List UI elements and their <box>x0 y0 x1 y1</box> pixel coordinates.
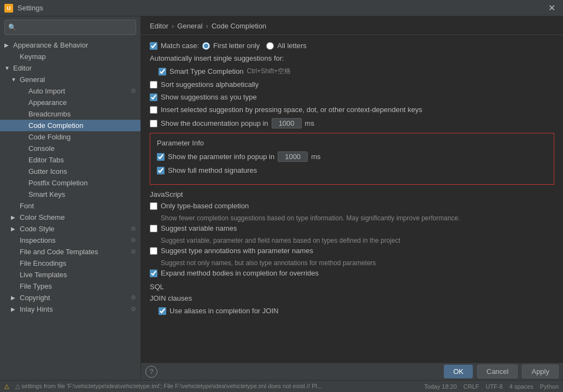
sidebar-item-code-folding[interactable]: Code Folding <box>0 131 140 143</box>
sidebar-item-label: Color Scheme <box>20 213 64 221</box>
sidebar-item-label: Gutter Icons <box>28 167 67 175</box>
status-charset: UTF-8 <box>486 383 503 390</box>
sidebar-item-auto-import[interactable]: Auto Import ⚙ <box>0 85 140 97</box>
smart-type-label: Smart Type Completion <box>169 67 244 75</box>
all-letters-radio-label[interactable]: All letters <box>266 42 306 50</box>
sidebar-item-keymap[interactable]: Keymap <box>0 51 140 62</box>
show-param-popup-label: Show the parameter info popup in <box>168 153 274 161</box>
breadcrumb: Editor › General › Code Completion <box>141 16 563 35</box>
suggest-var-row: Suggest variable names <box>150 224 554 232</box>
expand-method-checkbox[interactable] <box>150 270 157 277</box>
apply-button[interactable]: Apply <box>522 365 559 378</box>
insert-selected-checkbox[interactable] <box>150 106 157 114</box>
arrow-icon: ▶ <box>4 42 11 48</box>
suggest-type-ann-checkbox[interactable] <box>150 247 157 255</box>
close-button[interactable]: ✕ <box>545 2 559 14</box>
show-full-sigs-label: Show full method signatures <box>168 166 257 174</box>
sidebar-item-gutter-icons[interactable]: Gutter Icons <box>0 166 140 177</box>
cancel-button[interactable]: Cancel <box>477 365 518 378</box>
first-letter-radio-label[interactable]: First letter only <box>202 42 260 50</box>
sidebar-item-appearance-behavior[interactable]: ▶ Appearance & Behavior <box>0 39 140 51</box>
sidebar-item-file-encodings[interactable]: File Encodings <box>0 258 140 269</box>
sidebar-item-copyright[interactable]: ▶ Copyright ⚙ <box>0 292 140 303</box>
suggest-var-checkbox[interactable] <box>150 225 157 232</box>
sidebar-item-live-templates[interactable]: Live Templates <box>0 269 140 280</box>
arrow-icon <box>20 100 26 106</box>
ok-button[interactable]: OK <box>444 365 473 378</box>
sidebar-item-smart-keys[interactable]: Smart Keys <box>0 189 140 200</box>
all-letters-radio[interactable] <box>266 42 274 50</box>
sidebar-item-inspections[interactable]: Inspections ⚙ <box>0 235 140 246</box>
match-case-checkbox[interactable] <box>150 42 157 50</box>
smart-type-checkbox[interactable] <box>159 68 166 75</box>
sidebar-item-file-code-templates[interactable]: File and Code Templates ⚙ <box>0 246 140 258</box>
sidebar-item-breadcrumbs[interactable]: Breadcrumbs <box>0 108 140 120</box>
smart-type-row: Smart Type Completion Ctrl+Shift+空格 <box>150 67 554 76</box>
sidebar-item-editor-tabs[interactable]: Editor Tabs <box>0 154 140 166</box>
breadcrumb-sep2: › <box>206 22 208 30</box>
content-area: Editor › General › Code Completion Match… <box>141 16 563 380</box>
sort-alpha-label: Sort suggestions alphabetically <box>161 80 259 89</box>
help-button[interactable]: ? <box>145 366 157 378</box>
doc-popup-value-input[interactable]: 1000 <box>272 118 302 128</box>
arrow-icon <box>11 54 17 60</box>
gear-icon: ⚙ <box>131 87 136 95</box>
sidebar-item-label: Editor <box>13 64 32 72</box>
sidebar-item-label: Editor Tabs <box>28 156 64 164</box>
show-param-popup-checkbox[interactable] <box>157 153 165 161</box>
show-full-sigs-checkbox[interactable] <box>157 167 165 174</box>
sql-section-label: SQL <box>150 283 554 291</box>
sidebar-item-general[interactable]: ▼ General <box>0 74 140 85</box>
sidebar-item-postfix-completion[interactable]: Postfix Completion <box>0 177 140 189</box>
sidebar-item-color-scheme[interactable]: ▶ Color Scheme <box>0 212 140 223</box>
sidebar-item-label: Inlay Hints <box>20 305 53 313</box>
sidebar-item-code-style[interactable]: ▶ Code Style ⚙ <box>0 223 140 235</box>
sidebar-item-label: Code Folding <box>28 133 71 141</box>
type-based-row: Only type-based completion <box>150 202 554 210</box>
type-based-checkbox[interactable] <box>150 202 157 210</box>
expand-method-row: Expand method bodies in completion for o… <box>150 269 554 277</box>
use-aliases-checkbox[interactable] <box>159 307 166 315</box>
sidebar-item-font[interactable]: Font <box>0 200 140 212</box>
arrow-icon: ▶ <box>11 295 17 301</box>
use-aliases-row: Use aliases in completion for JOIN <box>150 307 554 315</box>
arrow-icon: ▶ <box>11 226 17 232</box>
sidebar-item-console[interactable]: Console <box>0 143 140 154</box>
match-case-row: Match case: First letter only All letter… <box>150 42 554 50</box>
auto-insert-row: Automatically insert single suggestions … <box>150 54 554 62</box>
insert-selected-label: Insert selected suggestion by pressing s… <box>161 106 422 114</box>
show-suggestions-checkbox[interactable] <box>150 93 157 101</box>
status-encoding: CRLF <box>464 383 479 390</box>
arrow-icon <box>20 157 26 163</box>
first-letter-radio[interactable] <box>202 42 210 50</box>
expand-method-label: Expand method bodies in completion for o… <box>161 269 319 277</box>
all-letters-label: All letters <box>277 42 306 50</box>
sidebar-item-label: Console <box>28 144 55 153</box>
status-warning-icon: △ <box>4 383 9 390</box>
sidebar-item-appearance[interactable]: Appearance <box>0 97 140 108</box>
search-box[interactable]: 🔍 <box>4 20 136 35</box>
join-clauses-label: JOIN clauses <box>150 294 192 302</box>
show-doc-popup-checkbox[interactable] <box>150 120 157 127</box>
doc-popup-unit: ms <box>305 119 314 127</box>
show-suggestions-label: Show suggestions as you type <box>161 93 257 101</box>
smart-type-shortcut: Ctrl+Shift+空格 <box>247 67 291 76</box>
param-popup-value-input[interactable]: 1000 <box>278 151 308 162</box>
sort-alpha-checkbox[interactable] <box>150 81 157 89</box>
sidebar-item-editor[interactable]: ▼ Editor <box>0 62 140 74</box>
arrow-icon <box>11 203 17 209</box>
arrow-icon <box>20 180 26 186</box>
arrow-icon <box>11 237 17 243</box>
gear-icon: ⚙ <box>131 248 136 255</box>
sidebar-item-label: Appearance & Behavior <box>13 41 88 49</box>
sidebar-item-file-types[interactable]: File Types <box>0 280 140 292</box>
arrow-icon <box>11 260 17 266</box>
search-input[interactable] <box>19 24 132 32</box>
dialog-body: 🔍 ▶ Appearance & Behavior Keymap ▼ Edito… <box>0 16 563 380</box>
sidebar-item-label: Live Templates <box>20 271 67 279</box>
status-bar: △ △ settings from file 'F:\vehicletype\i… <box>0 380 563 392</box>
sidebar-item-inlay-hints[interactable]: ▶ Inlay Hints ⚙ <box>0 303 140 315</box>
status-indent: 4 spaces <box>509 383 533 390</box>
sidebar-item-code-completion[interactable]: Code Completion <box>0 120 140 131</box>
arrow-icon <box>20 122 26 128</box>
